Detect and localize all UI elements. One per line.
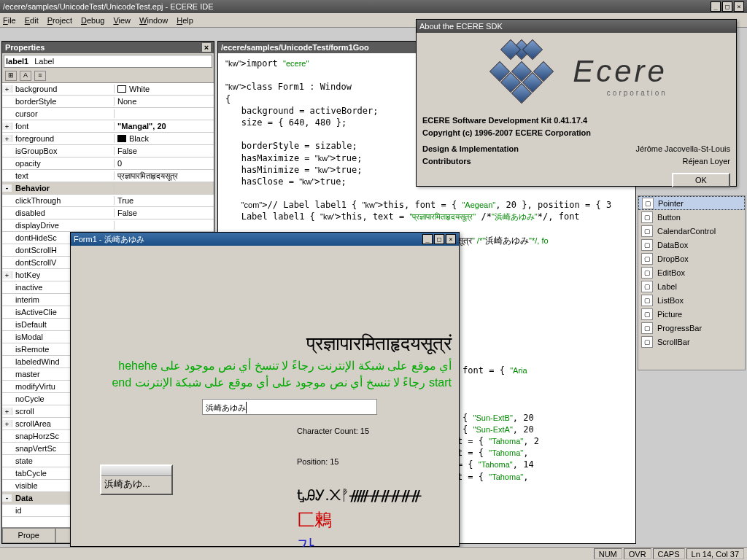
property-row[interactable]: -Behavior (2, 182, 214, 195)
tool-label[interactable]: ▢Label (638, 279, 745, 293)
property-value[interactable]: "Mangal", 20 (115, 122, 214, 131)
expand-icon[interactable]: + (2, 271, 12, 279)
property-row[interactable]: +backgroundWhite (2, 83, 214, 96)
tool-label: ListBox (657, 296, 684, 305)
text-input[interactable]: 浜崎あゆみ (202, 399, 377, 415)
listbox-icon: ▢ (641, 295, 653, 306)
maximize-icon[interactable]: □ (434, 234, 444, 244)
minimize-icon[interactable]: _ (711, 1, 721, 12)
expand-icon[interactable]: - (2, 494, 12, 502)
property-row[interactable]: +foregroundBlack (2, 133, 214, 145)
arabic-label-1: أي موقع على شبكة الإنترنت رجاءً لا تنسخ … (118, 359, 452, 373)
menu-window[interactable]: Window (139, 16, 168, 25)
property-value[interactable]: False (115, 209, 214, 217)
arabic-label-2: start رجاءً لا تنسخ أي نص موجود على أي م… (112, 376, 452, 389)
property-name: clickThrough (12, 196, 115, 205)
menu-project[interactable]: Project (47, 16, 72, 25)
property-name: foreground (12, 134, 115, 143)
expand-icon[interactable]: + (2, 122, 12, 130)
menu-debug[interactable]: Debug (81, 16, 104, 25)
about-dialog: About the ECERE SDK Ecere corporation EC… (416, 19, 737, 187)
tool-picture[interactable]: ▢Picture (638, 307, 745, 321)
property-row[interactable]: textप्रज्ञापारमिताहृदयसूत्र (2, 170, 214, 182)
property-value[interactable]: None (115, 97, 214, 106)
prop-misc-icon[interactable]: ≡ (34, 71, 46, 81)
expand-icon[interactable]: - (2, 184, 12, 192)
close-icon[interactable]: × (446, 234, 456, 244)
close-icon[interactable]: × (734, 1, 744, 12)
maximize-icon[interactable]: □ (722, 1, 732, 12)
ecere-logo-icon (485, 42, 558, 108)
property-value[interactable]: 0 (115, 159, 214, 168)
expand-icon[interactable]: + (2, 408, 12, 415)
property-row[interactable]: clickThroughTrue (2, 195, 214, 207)
tool-label: EditBox (657, 268, 685, 277)
property-value[interactable]: White (115, 85, 214, 93)
property-row[interactable]: borderStyleNone (2, 96, 214, 108)
contrib-name: Réjean Loyer (683, 155, 730, 168)
dropbox-icon: ▢ (641, 253, 653, 265)
status-cursor-pos: Ln 14, Col 37 (686, 548, 744, 559)
tool-button[interactable]: ▢Button (638, 210, 745, 224)
form1-titlebar[interactable]: Form1 - 浜崎あゆみ _ □ × (71, 233, 459, 246)
expand-icon[interactable]: + (2, 420, 12, 427)
ok-button[interactable]: OK (672, 173, 730, 187)
tool-label: DropBox (657, 254, 689, 263)
object-selector[interactable]: label1 Label (4, 55, 212, 68)
property-row[interactable]: cursor (2, 108, 214, 120)
about-logo: Ecere corporation (422, 39, 730, 112)
color-swatch (117, 135, 126, 142)
property-name: Behavior (12, 184, 115, 192)
dropdown[interactable]: 浜崎あゆ... (100, 464, 173, 495)
menu-edit[interactable]: Edit (25, 16, 39, 25)
databox-icon: ▢ (641, 239, 653, 251)
tool-dropbox[interactable]: ▢DropBox (638, 252, 745, 265)
property-value[interactable]: False (115, 147, 214, 155)
expand-icon[interactable]: + (2, 85, 12, 93)
tab-properties[interactable]: Prope (2, 528, 55, 543)
menu-help[interactable]: Help (177, 16, 193, 25)
property-row[interactable]: disabledFalse (2, 207, 214, 219)
property-value[interactable]: True (115, 196, 214, 205)
tool-scrollbar[interactable]: ▢ScrollBar (638, 335, 745, 349)
sort-cat-icon[interactable]: ⊞ (5, 71, 17, 81)
tool-label: ProgressBar (657, 324, 702, 332)
toolbox: ▢Pointer▢Button▢CalendarControl▢DataBox▢… (638, 195, 746, 370)
property-value[interactable]: प्रज्ञापारमिताहृदयसूत्र (115, 171, 214, 181)
close-icon[interactable]: × (202, 43, 211, 52)
menu-file[interactable]: File (3, 16, 16, 25)
tool-label: CalendarControl (657, 227, 716, 236)
main-titlebar: /ecere/samples/UnicodeTest/UnicodeTest.e… (0, 0, 747, 13)
cjk-label: 匚鶫 (297, 508, 332, 532)
tool-listbox[interactable]: ▢ListBox (638, 293, 745, 307)
menu-view[interactable]: View (113, 16, 131, 25)
tool-editbox[interactable]: ▢EditBox (638, 265, 745, 279)
minimize-icon[interactable]: _ (422, 234, 433, 244)
properties-toolbar: ⊞ A ≡ (2, 69, 214, 83)
sort-az-icon[interactable]: A (20, 71, 31, 81)
property-row[interactable]: +font"Mangal", 20 (2, 120, 214, 133)
char-count-label: Character Count: 15 (297, 427, 369, 435)
property-row[interactable]: displayDrive (2, 219, 214, 232)
picture-icon: ▢ (641, 308, 653, 320)
position-label: Position: 15 (297, 457, 338, 466)
status-num: NUM (594, 548, 622, 559)
calendarcontrol-icon: ▢ (641, 225, 653, 237)
property-name: disabled (12, 209, 115, 217)
property-value[interactable]: Black (115, 134, 214, 143)
tool-databox[interactable]: ▢DataBox (638, 238, 745, 252)
property-row[interactable]: opacity0 (2, 158, 214, 170)
tool-calendarcontrol[interactable]: ▢CalendarControl (638, 224, 745, 238)
tool-pointer[interactable]: ▢Pointer (638, 196, 745, 210)
tool-progressbar[interactable]: ▢ProgressBar (638, 321, 745, 335)
copyright: Copyright (c) 1996-2007 ECERE Corporatio… (422, 128, 591, 137)
tool-label: DataBox (657, 241, 688, 249)
about-titlebar: About the ECERE SDK (417, 20, 736, 33)
tool-label: Label (657, 282, 677, 291)
property-row[interactable]: isGroupBoxFalse (2, 145, 214, 158)
property-name: displayDrive (12, 221, 115, 230)
status-caps: CAPS (653, 548, 685, 559)
statusbar: NUM OVR CAPS Ln 14, Col 37 (0, 547, 747, 560)
expand-icon[interactable]: + (2, 135, 12, 142)
contrib-label: Contributors (422, 155, 471, 168)
